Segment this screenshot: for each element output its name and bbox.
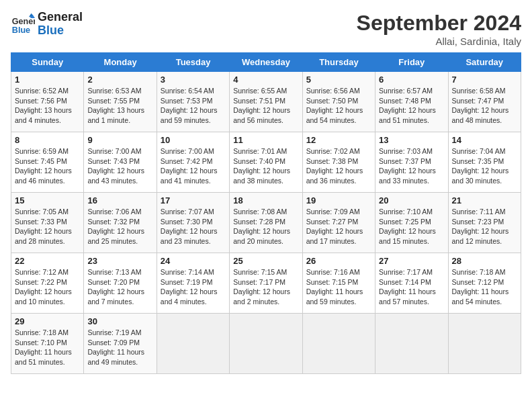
daylight: Daylight: 13 hours and 1 minute. — [87, 105, 152, 125]
week-row-4: 29Sunrise: 7:18 AMSunset: 7:10 PMDayligh… — [11, 314, 521, 374]
day-number: 24 — [161, 256, 226, 266]
calendar-cell: 25Sunrise: 7:15 AMSunset: 7:17 PMDayligh… — [230, 253, 302, 314]
day-info: Sunrise: 6:53 AMSunset: 7:55 PMDaylight:… — [87, 86, 152, 126]
sunset: Sunset: 7:38 PM — [306, 156, 371, 167]
sunset: Sunset: 7:22 PM — [15, 277, 80, 287]
calendar-cell: 11Sunrise: 7:01 AMSunset: 7:40 PMDayligh… — [230, 132, 302, 193]
sunrise: Sunrise: 6:58 AM — [452, 86, 517, 96]
sunset: Sunset: 7:42 PM — [161, 156, 226, 167]
sunset: Sunset: 7:55 PM — [87, 96, 152, 106]
calendar-cell: 19Sunrise: 7:09 AMSunset: 7:27 PMDayligh… — [302, 193, 375, 253]
day-info: Sunrise: 7:17 AMSunset: 7:14 PMDaylight:… — [379, 267, 444, 307]
day-info: Sunrise: 7:01 AMSunset: 7:40 PMDaylight:… — [233, 146, 298, 186]
sunrise: Sunrise: 6:59 AM — [15, 146, 80, 156]
day-number: 17 — [161, 195, 226, 205]
daylight: Daylight: 12 hours and 17 minutes. — [306, 226, 371, 246]
daylight: Daylight: 12 hours and 43 minutes. — [87, 166, 152, 185]
calendar-cell — [230, 314, 302, 374]
daylight: Daylight: 11 hours and 51 minutes. — [15, 347, 80, 367]
sunset: Sunset: 7:09 PM — [87, 338, 152, 348]
daylight: Daylight: 11 hours and 59 minutes. — [306, 287, 371, 306]
sunset: Sunset: 7:17 PM — [233, 277, 298, 287]
sunrise: Sunrise: 7:17 AM — [379, 267, 444, 277]
daylight: Daylight: 12 hours and 12 minutes. — [452, 226, 517, 246]
daylight: Daylight: 11 hours and 49 minutes. — [87, 347, 152, 367]
day-number: 25 — [233, 256, 298, 266]
daylight: Daylight: 12 hours and 28 minutes. — [15, 226, 80, 246]
weekday-saturday: Saturday — [448, 53, 521, 72]
sunset: Sunset: 7:37 PM — [379, 156, 444, 167]
sunset: Sunset: 7:23 PM — [452, 217, 517, 227]
sunrise: Sunrise: 7:18 AM — [452, 267, 517, 277]
logo: General Blue General Blue — [11, 11, 83, 38]
sunrise: Sunrise: 6:52 AM — [15, 86, 80, 96]
day-number: 12 — [306, 135, 371, 145]
location-subtitle: Allai, Sardinia, Italy — [357, 36, 521, 47]
daylight: Daylight: 12 hours and 15 minutes. — [379, 226, 444, 246]
sunset: Sunset: 7:10 PM — [15, 338, 80, 348]
daylight: Daylight: 12 hours and 33 minutes. — [379, 166, 444, 185]
day-number: 23 — [87, 256, 152, 266]
calendar-cell: 20Sunrise: 7:10 AMSunset: 7:25 PMDayligh… — [375, 193, 448, 253]
calendar-cell: 17Sunrise: 7:07 AMSunset: 7:30 PMDayligh… — [157, 193, 229, 253]
day-number: 20 — [379, 195, 444, 205]
day-number: 11 — [233, 135, 298, 145]
day-number: 19 — [306, 195, 371, 205]
sunrise: Sunrise: 7:09 AM — [306, 207, 371, 217]
sunrise: Sunrise: 7:18 AM — [15, 328, 80, 338]
day-number: 3 — [161, 75, 226, 85]
daylight: Daylight: 12 hours and 46 minutes. — [15, 166, 80, 185]
daylight: Daylight: 12 hours and 36 minutes. — [306, 166, 371, 185]
calendar-cell: 16Sunrise: 7:06 AMSunset: 7:32 PMDayligh… — [84, 193, 157, 253]
svg-text:Blue: Blue — [12, 25, 30, 34]
sunset: Sunset: 7:14 PM — [379, 277, 444, 287]
sunset: Sunset: 7:30 PM — [161, 217, 226, 227]
title-block: September 2024 Allai, Sardinia, Italy — [357, 11, 521, 47]
day-info: Sunrise: 7:19 AMSunset: 7:09 PMDaylight:… — [87, 328, 152, 367]
calendar-cell: 30Sunrise: 7:19 AMSunset: 7:09 PMDayligh… — [84, 314, 157, 374]
daylight: Daylight: 12 hours and 2 minutes. — [233, 287, 298, 306]
sunrise: Sunrise: 6:57 AM — [379, 86, 444, 96]
sunset: Sunset: 7:20 PM — [87, 277, 152, 287]
weekday-header-row: SundayMondayTuesdayWednesdayThursdayFrid… — [11, 53, 521, 72]
calendar-cell: 4Sunrise: 6:55 AMSunset: 7:51 PMDaylight… — [230, 72, 302, 132]
weekday-monday: Monday — [84, 53, 157, 72]
weekday-thursday: Thursday — [302, 53, 375, 72]
sunset: Sunset: 7:32 PM — [87, 217, 152, 227]
daylight: Daylight: 12 hours and 59 minutes. — [161, 105, 226, 125]
daylight: Daylight: 12 hours and 51 minutes. — [379, 105, 444, 125]
day-info: Sunrise: 6:59 AMSunset: 7:45 PMDaylight:… — [15, 146, 80, 186]
week-row-0: 1Sunrise: 6:52 AMSunset: 7:56 PMDaylight… — [11, 72, 521, 132]
sunset: Sunset: 7:56 PM — [15, 96, 80, 106]
day-number: 13 — [379, 135, 444, 145]
calendar-cell: 8Sunrise: 6:59 AMSunset: 7:45 PMDaylight… — [11, 132, 84, 193]
weekday-friday: Friday — [375, 53, 448, 72]
day-info: Sunrise: 7:18 AMSunset: 7:12 PMDaylight:… — [452, 267, 517, 307]
sunrise: Sunrise: 6:54 AM — [161, 86, 226, 96]
sunrise: Sunrise: 7:01 AM — [233, 146, 298, 156]
day-number: 29 — [15, 316, 80, 326]
sunset: Sunset: 7:28 PM — [233, 217, 298, 227]
day-number: 10 — [161, 135, 226, 145]
calendar-cell: 3Sunrise: 6:54 AMSunset: 7:53 PMDaylight… — [157, 72, 229, 132]
calendar-cell: 9Sunrise: 7:00 AMSunset: 7:43 PMDaylight… — [84, 132, 157, 193]
daylight: Daylight: 12 hours and 56 minutes. — [233, 105, 298, 125]
sunrise: Sunrise: 7:04 AM — [452, 146, 517, 156]
day-info: Sunrise: 6:54 AMSunset: 7:53 PMDaylight:… — [161, 86, 226, 126]
sunrise: Sunrise: 7:15 AM — [233, 267, 298, 277]
calendar-cell: 5Sunrise: 6:56 AMSunset: 7:50 PMDaylight… — [302, 72, 375, 132]
weekday-tuesday: Tuesday — [157, 53, 229, 72]
sunrise: Sunrise: 7:07 AM — [161, 207, 226, 217]
day-info: Sunrise: 7:02 AMSunset: 7:38 PMDaylight:… — [306, 146, 371, 186]
calendar-cell: 24Sunrise: 7:14 AMSunset: 7:19 PMDayligh… — [157, 253, 229, 314]
daylight: Daylight: 12 hours and 30 minutes. — [452, 166, 517, 185]
sunrise: Sunrise: 7:08 AM — [233, 207, 298, 217]
daylight: Daylight: 12 hours and 41 minutes. — [161, 166, 226, 185]
day-info: Sunrise: 7:13 AMSunset: 7:20 PMDaylight:… — [87, 267, 152, 307]
sunrise: Sunrise: 7:06 AM — [87, 207, 152, 217]
day-number: 4 — [233, 75, 298, 85]
day-info: Sunrise: 7:09 AMSunset: 7:27 PMDaylight:… — [306, 207, 371, 246]
day-info: Sunrise: 6:58 AMSunset: 7:47 PMDaylight:… — [452, 86, 517, 126]
sunrise: Sunrise: 7:13 AM — [87, 267, 152, 277]
week-row-3: 22Sunrise: 7:12 AMSunset: 7:22 PMDayligh… — [11, 253, 521, 314]
